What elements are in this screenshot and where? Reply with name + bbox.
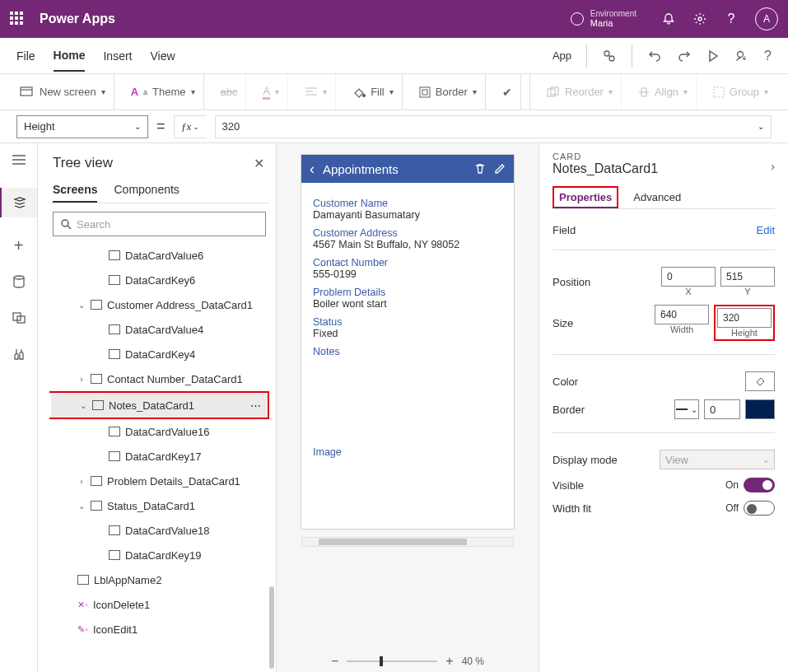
help2-icon[interactable]: ? — [764, 49, 772, 63]
waffle-icon[interactable] — [10, 12, 25, 26]
border-button[interactable]: Border▾ — [411, 74, 486, 110]
svg-point-3 — [738, 51, 744, 57]
border-label: Border — [553, 404, 585, 416]
position-label: Position — [553, 276, 590, 288]
tree-node[interactable]: DataCardValue6 — [49, 243, 269, 268]
app-button[interactable]: App — [553, 49, 571, 62]
tree-node-selected[interactable]: ⌄Notes_DataCard1⋯ — [51, 393, 268, 418]
tab-file[interactable]: File — [16, 41, 35, 71]
zoom-slider[interactable] — [347, 660, 437, 662]
delete-icon[interactable] — [474, 163, 486, 175]
settings-icon[interactable] — [692, 12, 707, 26]
rail-tools-icon[interactable] — [11, 346, 27, 362]
svg-rect-7 — [422, 90, 427, 95]
prop-caption: CARD — [553, 152, 658, 161]
display-mode-select[interactable]: View⌄ — [660, 450, 775, 469]
tree-tab-components[interactable]: Components — [114, 178, 179, 203]
border-color[interactable] — [745, 399, 775, 419]
redo-icon[interactable] — [677, 49, 692, 63]
color-label: Color — [553, 376, 578, 388]
property-dropdown[interactable]: Height⌄ — [16, 115, 148, 138]
tree-tab-screens[interactable]: Screens — [53, 178, 97, 203]
share-icon[interactable] — [734, 49, 749, 63]
tree-node[interactable]: ✎◦IconEdit1 — [49, 617, 269, 642]
tree-node[interactable]: DataCardValue4 — [49, 317, 269, 342]
align-button: Align▾ — [630, 74, 697, 110]
pos-x-input[interactable]: 0 — [661, 267, 716, 287]
more-icon[interactable]: ⋯ — [250, 399, 263, 412]
fx-label[interactable]: ƒx⌄ — [174, 115, 207, 138]
tree-node[interactable]: DataCardValue16 — [49, 419, 269, 444]
rail-media-icon[interactable] — [11, 310, 27, 326]
tab-insert[interactable]: Insert — [103, 41, 132, 71]
tree-node[interactable]: LblAppName2 — [49, 567, 269, 592]
svg-point-14 — [62, 220, 68, 226]
user-avatar[interactable]: A — [755, 7, 778, 30]
edit-link[interactable]: Edit — [757, 224, 775, 236]
prop-tab-properties[interactable]: Properties — [553, 186, 618, 208]
equals-icon: = — [156, 118, 166, 135]
group-button: Group▾ — [705, 74, 776, 110]
zoom-out-icon[interactable]: − — [331, 654, 338, 669]
notifications-icon[interactable] — [661, 12, 676, 26]
align-text-button: ▾ — [296, 74, 336, 110]
play-icon[interactable] — [706, 49, 720, 63]
visible-toggle[interactable] — [744, 478, 775, 492]
display-mode-label: Display mode — [553, 454, 618, 466]
fill-button[interactable]: Fill▾ — [344, 74, 403, 110]
tree-node[interactable]: ✕◦IconDelete1 — [49, 592, 269, 617]
svg-point-11 — [14, 276, 24, 279]
height-input[interactable]: 320 — [717, 308, 772, 328]
svg-point-5 — [363, 94, 366, 96]
rail-treeview-icon[interactable] — [0, 188, 37, 217]
tree-title: Tree view — [53, 155, 113, 171]
border-style[interactable]: ⌄ — [674, 399, 699, 419]
pos-y-input[interactable]: 515 — [720, 267, 775, 287]
prop-tab-advanced[interactable]: Advanced — [633, 186, 681, 208]
field-label: Field — [553, 224, 576, 236]
tree-node[interactable]: DataCardKey17 — [49, 444, 269, 469]
reorder-button: Reorder▾ — [539, 74, 622, 110]
tree-search[interactable]: Search — [53, 212, 266, 236]
expand-props-icon[interactable]: › — [771, 160, 775, 173]
widthfit-toggle[interactable] — [744, 501, 775, 516]
tree-node[interactable]: ⌄Status_DataCard1 — [49, 493, 269, 518]
close-tree-icon[interactable]: ✕ — [254, 156, 264, 171]
border-width[interactable]: 0 — [704, 399, 740, 419]
zoom-value: 40 % — [462, 656, 484, 667]
undo-icon[interactable] — [647, 49, 662, 63]
widthfit-label: Width fit — [553, 502, 591, 515]
tab-home[interactable]: Home — [54, 40, 86, 72]
tree-node[interactable]: DataCardValue18 — [49, 518, 269, 543]
back-icon[interactable]: ‹ — [310, 161, 315, 178]
rail-insert-icon[interactable]: + — [11, 237, 27, 254]
edit-icon[interactable] — [494, 163, 506, 175]
globe-icon — [571, 12, 584, 26]
tab-view[interactable]: View — [150, 41, 175, 71]
prop-title: Notes_DataCard1 — [553, 161, 658, 176]
formula-input[interactable]: 320⌄ — [215, 115, 772, 138]
env-name: Maria — [590, 18, 636, 28]
search-icon — [60, 218, 72, 230]
svg-rect-10 — [714, 87, 724, 97]
health-icon[interactable] — [602, 49, 617, 63]
expand-ribbon-icon[interactable]: ✔ — [494, 74, 521, 110]
new-screen-button[interactable]: New screen▾ — [12, 74, 114, 110]
tree-node[interactable]: ›Problem Details_DataCard1 — [49, 469, 269, 493]
rail-hamburger-icon[interactable] — [11, 152, 27, 168]
tree-node[interactable]: DataCardKey4 — [49, 342, 269, 366]
theme-button[interactable]: Aa Theme▾ — [123, 74, 204, 110]
rail-data-icon[interactable] — [11, 273, 27, 290]
tree-node[interactable]: DataCardKey6 — [49, 268, 269, 292]
help-icon[interactable]: ? — [724, 12, 739, 26]
zoom-in-icon[interactable]: + — [445, 654, 453, 669]
canvas-hscroll[interactable] — [301, 537, 514, 547]
color-swatch[interactable] — [745, 371, 775, 391]
tree-scrollbar[interactable] — [269, 586, 274, 669]
tree-node[interactable]: ⌄Customer Address_DataCard1 — [49, 292, 269, 317]
width-input[interactable]: 640 — [655, 305, 709, 324]
canvas-phone[interactable]: ‹ Appointments Customer Name Damayanti B… — [301, 155, 514, 529]
environment-picker[interactable]: Environment Maria — [571, 9, 636, 28]
tree-node[interactable]: DataCardKey19 — [49, 543, 269, 567]
tree-node[interactable]: ›Contact Number_DataCard1 — [49, 366, 269, 391]
